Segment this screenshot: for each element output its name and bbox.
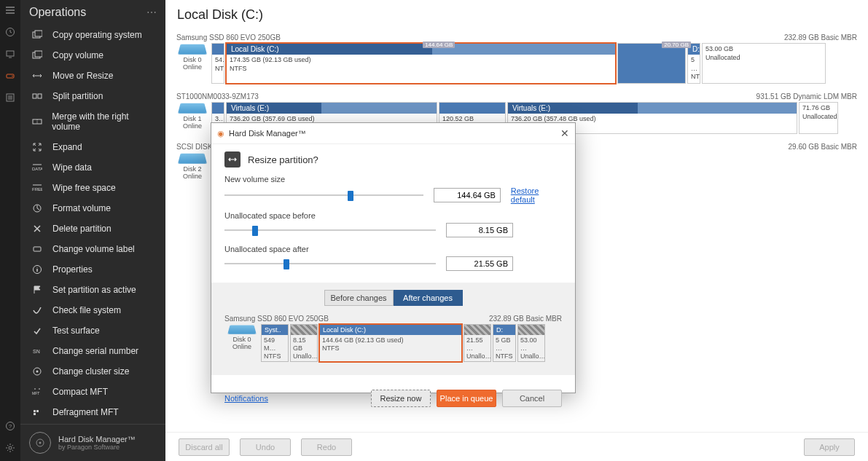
partition-size: 53.00 GB <box>705 45 822 54</box>
size-input[interactable] <box>434 188 501 202</box>
svg-rect-13 <box>38 94 42 98</box>
sidebar-item-split[interactable]: Split partition <box>20 86 165 106</box>
partition-bar: Virtuals (E:) <box>227 103 437 114</box>
brand-subtitle: by Paragon Software <box>58 444 136 451</box>
menu-icon[interactable] <box>4 4 16 16</box>
sidebar-item-info[interactable]: Properties <box>20 259 165 280</box>
apply-button[interactable]: Apply <box>804 438 855 456</box>
size-slider[interactable] <box>224 225 436 235</box>
resize-now-button[interactable]: Resize now <box>371 390 431 407</box>
settings-icon[interactable] <box>4 442 16 454</box>
svg-rect-25 <box>36 410 39 412</box>
preview-partition[interactable]: Syst..549 M…NTFS <box>261 324 289 362</box>
disk-label: Disk 2 <box>183 165 201 173</box>
wipe-data-icon: DATA <box>31 162 44 173</box>
preview-partition[interactable]: D:5 GB …NTFS <box>493 324 516 362</box>
restore-default-link[interactable]: Restore default <box>511 186 562 204</box>
disk-summary: 232.89 GB Basic MBR <box>784 34 857 42</box>
place-in-queue-button[interactable]: Place in queue <box>437 390 496 407</box>
partition-fs: NTFS <box>322 344 459 352</box>
copy-volume-icon <box>31 50 44 60</box>
sidebar-item-wipe-data[interactable]: DATAWipe data <box>20 157 165 178</box>
partition-bar <box>518 325 544 335</box>
redo-button[interactable]: Redo <box>301 438 352 456</box>
sidebar-item-label: Compact MFT <box>52 387 108 397</box>
preview-partition-unallocated[interactable]: 53.00 …Unallo… <box>517 324 545 362</box>
partition[interactable]: Local Disk (C:)174.35 GB (92.13 GB used)… <box>226 43 616 84</box>
partition-size: 5 GB … <box>496 336 513 352</box>
size-input[interactable] <box>446 256 513 271</box>
sidebar-item-label: Change cluster size <box>52 366 129 377</box>
preview-disk-label: Disk 0 <box>224 336 259 343</box>
sidebar-item-wipe-free[interactable]: FREEWipe free space <box>20 178 165 198</box>
svg-rect-11 <box>35 51 42 57</box>
partition[interactable]: 71.76 GBUnallocated <box>799 102 838 134</box>
tab-before-changes[interactable]: Before changes <box>324 290 394 306</box>
help-icon[interactable]: ? <box>4 420 16 432</box>
undo-button[interactable]: Undo <box>240 438 291 456</box>
close-icon[interactable]: ✕ <box>560 127 569 139</box>
list-icon[interactable] <box>4 92 16 103</box>
disk-image-icon <box>227 325 256 334</box>
field-label: New volume size <box>224 175 562 184</box>
sidebar-item-move-resize[interactable]: Move or Resize <box>20 66 165 86</box>
partition[interactable]: 53.00 GBUnallocated <box>702 43 826 84</box>
flag-icon <box>31 285 44 295</box>
sidebar-item-test[interactable]: Test surface <box>20 320 165 341</box>
sidebar-item-expand[interactable]: Expand <box>20 137 165 157</box>
dialog-app-title: Hard Disk Manager™ <box>229 129 306 138</box>
sidebar-item-format[interactable]: Format volume <box>20 198 165 218</box>
sidebar-item-label: Format volume <box>52 203 111 213</box>
svg-text:MFT: MFT <box>32 391 39 395</box>
serial-icon: SN <box>31 346 44 356</box>
clock-icon[interactable] <box>4 26 16 38</box>
sidebar-item-copy-volume[interactable]: Copy volume <box>20 45 165 66</box>
disk-label: Disk 0 <box>183 56 201 63</box>
sidebar-item-label: Wipe free space <box>52 183 116 193</box>
merge-icon <box>31 117 43 127</box>
size-input[interactable] <box>446 223 513 237</box>
partition-bar <box>464 325 490 335</box>
notifications-link[interactable]: Notifications <box>224 394 268 403</box>
partition-fs: NTFS <box>230 65 612 74</box>
field-label: Unallocated space after <box>224 245 562 253</box>
wipe-free-icon: FREE <box>31 183 44 193</box>
partition-unallocated[interactable] <box>617 43 686 84</box>
sidebar-item-label: Merge with the right volume <box>52 111 155 132</box>
sidebar-item-check[interactable]: Check file system <box>20 300 165 320</box>
sidebar-item-compact[interactable]: MFTCompact MFT <box>20 382 165 402</box>
disk-image-icon <box>178 154 207 164</box>
tab-after-changes[interactable]: After changes <box>394 290 463 306</box>
more-icon[interactable]: ⋯ <box>146 7 157 18</box>
brand-logo-icon <box>29 432 51 454</box>
sidebar-item-serial[interactable]: SNChange serial number <box>20 341 165 361</box>
sidebar-item-merge[interactable]: Merge with the right volume <box>20 106 165 137</box>
disk-icon[interactable] <box>4 70 16 82</box>
sidebar-item-copy-os[interactable]: Copy operating system <box>20 25 165 45</box>
monitor-icon[interactable] <box>4 48 16 60</box>
preview-partition[interactable]: Local Disk (C:)144.64 GB (92.13 GB used)… <box>319 324 462 362</box>
cancel-button[interactable]: Cancel <box>502 390 562 407</box>
size-slider[interactable] <box>224 190 423 200</box>
partition-size: 174.35 GB (92.13 GB used) <box>230 56 612 65</box>
test-icon <box>31 326 44 336</box>
preview-partition-unallocated[interactable]: 8.15 GBUnallo… <box>290 324 318 362</box>
sidebar-item-label: Properties <box>52 264 93 275</box>
sidebar-item-label: Wipe data <box>52 162 92 173</box>
sidebar-item-label: Delete partition <box>52 224 112 234</box>
sidebar-item-label: Move or Resize <box>52 71 113 81</box>
partition[interactable]: 54…NT… <box>211 43 224 84</box>
sidebar-item-label: Copy operating system <box>52 30 142 40</box>
partition[interactable]: D:5 …NT… <box>687 43 700 84</box>
partition-fs: NTFS <box>264 352 286 360</box>
preview-partition-unallocated[interactable]: 21.55 …Unallo… <box>464 324 491 362</box>
sidebar-item-delete[interactable]: Delete partition <box>20 218 165 239</box>
sidebar-item-label[interactable]: Change volume label <box>20 239 165 259</box>
size-slider[interactable] <box>224 259 436 269</box>
partition-fs: NTFS <box>496 352 513 360</box>
sidebar-item-label: Defragment MFT <box>52 407 119 417</box>
sidebar-item-flag[interactable]: Set partition as active <box>20 280 165 300</box>
sidebar-item-defrag[interactable]: Defragment MFT <box>20 402 165 422</box>
discard-all-button[interactable]: Discard all <box>179 438 230 456</box>
sidebar-item-cluster[interactable]: Change cluster size <box>20 361 165 382</box>
